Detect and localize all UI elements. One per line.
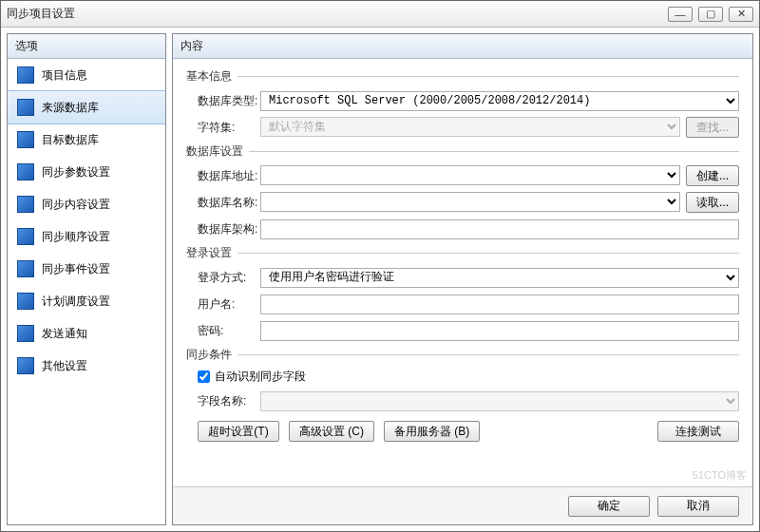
- sidebar-list: 项目信息来源数据库目标数据库同步参数设置同步内容设置同步顺序设置同步事件设置计划…: [8, 59, 165, 524]
- field-name-label: 字段名称:: [186, 393, 260, 409]
- cancel-button[interactable]: 取消: [657, 496, 739, 517]
- sidebar-panel: 选项 项目信息来源数据库目标数据库同步参数设置同步内容设置同步顺序设置同步事件设…: [7, 33, 166, 525]
- sidebar-item-0[interactable]: 项目信息: [8, 59, 165, 91]
- watermark: 51CTO博客: [693, 468, 747, 483]
- db-name-select[interactable]: [260, 192, 680, 212]
- group-db-title: 数据库设置: [186, 143, 243, 160]
- sidebar-item-label: 其他设置: [42, 358, 87, 374]
- auto-detect-label[interactable]: 自动识别同步字段: [215, 369, 306, 385]
- username-label: 用户名:: [186, 296, 260, 313]
- folder-icon: [17, 131, 34, 148]
- db-type-label: 数据库类型:: [186, 93, 260, 109]
- folder-icon: [17, 163, 34, 180]
- sidebar-item-label: 同步参数设置: [42, 164, 110, 180]
- db-read-button[interactable]: 读取...: [686, 192, 739, 213]
- db-schema-input[interactable]: [260, 219, 739, 239]
- sidebar-item-label: 同步内容设置: [42, 197, 110, 213]
- db-addr-label: 数据库地址:: [186, 168, 260, 184]
- divider: [238, 76, 739, 77]
- group-sync-title: 同步条件: [186, 347, 232, 363]
- group-sync: 同步条件 自动识别同步字段 字段名称:: [186, 347, 739, 411]
- username-input[interactable]: [260, 294, 739, 314]
- window-controls: — ▢ ✕: [668, 7, 753, 22]
- dialog-body: 选项 项目信息来源数据库目标数据库同步参数设置同步内容设置同步顺序设置同步事件设…: [1, 28, 759, 531]
- group-login: 登录设置 登录方式: 使用用户名密码进行验证 用户名: 密码:: [186, 245, 739, 341]
- sidebar-item-label: 计划调度设置: [42, 294, 110, 310]
- group-basic: 基本信息 数据库类型: Microsoft SQL Server (2000/2…: [186, 68, 739, 138]
- folder-icon: [17, 357, 34, 374]
- folder-icon: [17, 196, 34, 213]
- settings-window: 同步项目设置 — ▢ ✕ 选项 项目信息来源数据库目标数据库同步参数设置同步内容…: [0, 0, 760, 532]
- backup-server-button[interactable]: 备用服务器 (B): [384, 421, 480, 442]
- group-db: 数据库设置 数据库地址: 创建... 数据库名称:: [186, 143, 739, 239]
- action-button-row: 超时设置(T) 高级设置 (C) 备用服务器 (B) 连接测试: [186, 421, 739, 442]
- group-login-title: 登录设置: [186, 245, 232, 261]
- test-connection-button[interactable]: 连接测试: [657, 421, 739, 442]
- advanced-button[interactable]: 高级设置 (C): [289, 421, 374, 442]
- sidebar-item-3[interactable]: 同步参数设置: [8, 156, 165, 188]
- sidebar-item-7[interactable]: 计划调度设置: [8, 285, 165, 317]
- login-method-label: 登录方式:: [186, 270, 260, 286]
- sidebar-header: 选项: [8, 34, 165, 59]
- charset-label: 字符集:: [186, 120, 260, 136]
- password-label: 密码:: [186, 323, 260, 339]
- sidebar-item-2[interactable]: 目标数据库: [8, 124, 165, 156]
- password-input[interactable]: [260, 321, 739, 341]
- divider: [238, 253, 739, 254]
- sidebar-item-label: 同步事件设置: [42, 261, 110, 277]
- sidebar-item-label: 目标数据库: [42, 132, 99, 148]
- sidebar-item-label: 来源数据库: [42, 100, 99, 116]
- content-panel: 内容 基本信息 数据库类型: Microsoft SQL Server (200…: [172, 33, 753, 525]
- ok-button[interactable]: 确定: [568, 496, 650, 517]
- field-name-select: [260, 391, 739, 411]
- divider: [249, 151, 739, 152]
- titlebar: 同步项目设置 — ▢ ✕: [1, 1, 759, 28]
- db-schema-label: 数据库架构:: [186, 221, 260, 238]
- folder-icon: [17, 325, 34, 342]
- folder-icon: [17, 66, 34, 84]
- auto-detect-checkbox[interactable]: [198, 370, 210, 383]
- content-header: 内容: [173, 34, 752, 59]
- minimize-button[interactable]: —: [668, 7, 693, 22]
- divider: [238, 354, 739, 355]
- sidebar-item-6[interactable]: 同步事件设置: [8, 253, 165, 285]
- db-type-select[interactable]: Microsoft SQL Server (2000/2005/2008/201…: [260, 91, 739, 111]
- charset-lookup-button: 查找...: [686, 117, 739, 138]
- timeout-button[interactable]: 超时设置(T): [198, 421, 279, 442]
- sidebar-item-label: 同步顺序设置: [42, 229, 110, 245]
- sidebar-item-1[interactable]: 来源数据库: [8, 90, 165, 124]
- sidebar-item-4[interactable]: 同步内容设置: [8, 188, 165, 220]
- window-title: 同步项目设置: [7, 6, 668, 22]
- db-name-label: 数据库名称:: [186, 195, 260, 211]
- db-create-button[interactable]: 创建...: [686, 165, 739, 186]
- sidebar-item-label: 项目信息: [42, 67, 87, 84]
- maximize-button[interactable]: ▢: [698, 7, 723, 22]
- charset-select: 默认字符集: [260, 117, 680, 137]
- group-basic-title: 基本信息: [186, 68, 232, 85]
- folder-icon: [17, 99, 34, 116]
- sidebar-item-label: 发送通知: [42, 326, 87, 342]
- folder-icon: [17, 293, 34, 310]
- close-button[interactable]: ✕: [729, 7, 753, 22]
- login-method-select[interactable]: 使用用户名密码进行验证: [260, 268, 739, 288]
- sidebar-item-8[interactable]: 发送通知: [8, 317, 165, 350]
- sidebar-item-9[interactable]: 其他设置: [8, 350, 165, 382]
- db-addr-select[interactable]: [260, 165, 680, 185]
- folder-icon: [17, 228, 34, 245]
- content-body: 基本信息 数据库类型: Microsoft SQL Server (2000/2…: [173, 59, 752, 486]
- folder-icon: [17, 260, 34, 277]
- sidebar-item-5[interactable]: 同步顺序设置: [8, 220, 165, 253]
- dialog-footer: 确定 取消: [173, 486, 752, 524]
